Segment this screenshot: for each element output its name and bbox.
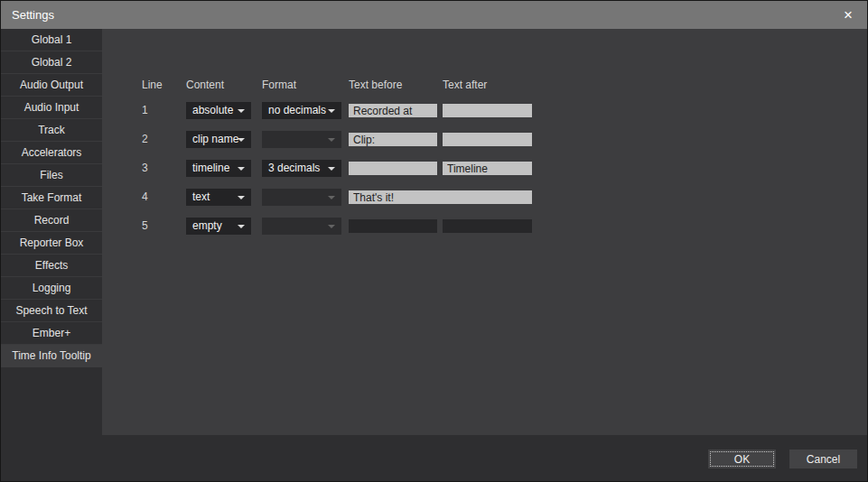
sidebar-item-global-2[interactable]: Global 2 (1, 51, 102, 74)
format-dropdown-value: no decimals (268, 102, 326, 119)
bottom-bar: OK Cancel (1, 435, 867, 481)
text-before-input[interactable] (349, 133, 437, 146)
cancel-button[interactable]: Cancel (789, 450, 857, 468)
content-dropdown[interactable]: text (186, 189, 251, 206)
chevron-down-icon (328, 167, 335, 171)
table-row: 1 absolute no decimals (102, 102, 867, 120)
content-dropdown[interactable]: timeline (186, 160, 251, 177)
close-icon: × (844, 6, 853, 23)
text-before-input[interactable] (349, 104, 437, 117)
sidebar-item-effects[interactable]: Effects (1, 255, 102, 277)
table-row: 5 empty (102, 218, 867, 236)
chevron-down-icon (238, 109, 245, 113)
content-dropdown[interactable]: clip name (186, 131, 251, 148)
sidebar-item-take-format[interactable]: Take Format (1, 187, 102, 209)
chevron-down-icon (328, 138, 335, 142)
settings-window: Settings × Global 1Global 2Audio OutputA… (0, 0, 868, 482)
text-after-input[interactable] (443, 133, 532, 146)
line-number: 2 (142, 131, 148, 148)
sidebar-item-accelerators[interactable]: Accelerators (1, 142, 102, 164)
format-dropdown (262, 189, 341, 206)
close-button[interactable]: × (834, 1, 863, 29)
chevron-down-icon (238, 167, 245, 171)
text-before-input (349, 219, 437, 233)
sidebar-item-track[interactable]: Track (1, 119, 102, 142)
format-dropdown[interactable]: 3 decimals (262, 160, 341, 177)
column-header-content: Content (186, 79, 224, 91)
content-dropdown-value: absolute (192, 102, 233, 119)
column-header-text-before: Text before (349, 79, 402, 91)
line-number: 1 (142, 102, 148, 119)
table-row: 2 clip name (102, 131, 867, 149)
sidebar-item-record[interactable]: Record (1, 209, 102, 232)
titlebar: Settings × (1, 1, 867, 29)
format-dropdown[interactable]: no decimals (262, 102, 341, 119)
chevron-down-icon (238, 138, 245, 142)
chevron-down-icon (328, 225, 335, 228)
sidebar-item-audio-input[interactable]: Audio Input (1, 97, 102, 119)
sidebar: Global 1Global 2Audio OutputAudio InputT… (1, 29, 102, 481)
text-after-input[interactable] (443, 104, 532, 117)
settings-panel: Line Content Format Text before Text aft… (102, 29, 867, 437)
chevron-down-icon (238, 196, 245, 199)
sidebar-item-speech-to-text[interactable]: Speech to Text (1, 300, 102, 322)
line-number: 5 (142, 218, 148, 235)
content-dropdown-value: clip name (192, 131, 238, 148)
content-dropdown-value: text (192, 189, 210, 206)
chevron-down-icon (238, 225, 245, 228)
sidebar-item-files[interactable]: Files (1, 164, 102, 187)
text-before-input[interactable] (349, 162, 437, 175)
chevron-down-icon (328, 196, 335, 199)
content-dropdown[interactable]: absolute (186, 102, 251, 119)
column-header-text-after: Text after (443, 79, 487, 91)
sidebar-item-audio-output[interactable]: Audio Output (1, 74, 102, 97)
line-number: 4 (142, 189, 148, 206)
format-dropdown-value: 3 decimals (268, 160, 320, 177)
format-dropdown (262, 218, 341, 235)
sidebar-item-reporter-box[interactable]: Reporter Box (1, 232, 102, 255)
text-before-input[interactable] (349, 190, 532, 204)
ok-button[interactable]: OK (708, 450, 776, 468)
chevron-down-icon (328, 109, 335, 113)
content-dropdown-value: timeline (192, 160, 229, 177)
format-dropdown (262, 131, 341, 148)
column-header-format: Format (262, 79, 296, 91)
sidebar-item-global-1[interactable]: Global 1 (1, 29, 102, 51)
sidebar-item-time-info-tooltip[interactable]: Time Info Tooltip (1, 345, 102, 367)
table-row: 4 text (102, 189, 867, 207)
line-number: 3 (142, 160, 148, 177)
column-header-line: Line (142, 79, 163, 91)
content-dropdown-value: empty (192, 218, 222, 235)
table-row: 3 timeline 3 decimals (102, 160, 867, 178)
sidebar-item-logging[interactable]: Logging (1, 277, 102, 300)
sidebar-item-ember-[interactable]: Ember+ (1, 322, 102, 345)
text-after-input (443, 219, 532, 233)
window-title: Settings (12, 1, 54, 29)
content-dropdown[interactable]: empty (186, 218, 251, 235)
text-after-input[interactable] (443, 162, 532, 175)
